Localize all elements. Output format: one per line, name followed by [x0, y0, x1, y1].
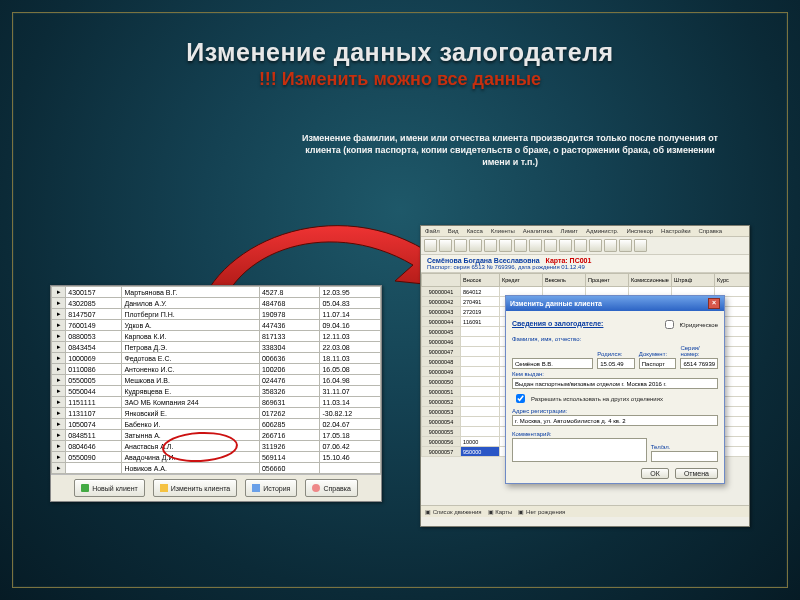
toolbar-button[interactable] [469, 239, 482, 252]
doc-input[interactable] [639, 358, 677, 369]
status-item[interactable]: ▣ Нет рождения [518, 508, 565, 515]
menu-item[interactable]: Клиенты [491, 228, 515, 234]
close-icon[interactable]: × [708, 298, 720, 309]
address-label: Адрес регистрации: [512, 408, 718, 414]
dialog-title: Изменить данные клиента [510, 300, 602, 307]
menu-item[interactable]: Лимит [561, 228, 579, 234]
toolbar-button[interactable] [424, 239, 437, 252]
toolbar-button[interactable] [559, 239, 572, 252]
status-item[interactable]: ▣ Список движения [425, 508, 482, 515]
history-label: История [263, 485, 290, 492]
status-bar: ▣ Список движения ▣ Карты ▣ Нет рождения [421, 505, 749, 517]
edit-client-button[interactable]: Изменить клиента [153, 479, 237, 497]
help-label: Справка [323, 485, 350, 492]
doc-label: Документ: [639, 351, 677, 357]
birth-label: Родился: [597, 351, 635, 357]
toolbar-button[interactable] [514, 239, 527, 252]
clock-icon [252, 484, 260, 492]
menu-item[interactable]: Администр. [586, 228, 618, 234]
status-item[interactable]: ▣ Карты [488, 508, 513, 515]
toolbar-button[interactable] [604, 239, 617, 252]
new-client-label: Новый клиент [92, 485, 138, 492]
comment-label: Комментарий: [512, 431, 647, 437]
toolbar-button[interactable] [544, 239, 557, 252]
status-text: Список движения [433, 509, 482, 515]
table-row[interactable]: ▸0880053Карпова К.И.81713312.11.03 [52, 331, 381, 342]
history-button[interactable]: История [245, 479, 297, 497]
menu-bar: ФайлВидКассаКлиентыАналитикаЛимитАдминис… [421, 226, 749, 237]
status-text: Карты [495, 509, 512, 515]
allow-multi-checkbox[interactable]: Разрешить использовать на других отделен… [512, 391, 718, 406]
new-client-button[interactable]: Новый клиент [74, 479, 145, 497]
client-list-panel: ▸4300157Мартьянова В.Г.4527.812.03.95▸43… [50, 285, 382, 502]
edit-client-dialog: Изменить данные клиента × Сведения о зал… [505, 295, 725, 484]
status-text: Нет рождения [526, 509, 565, 515]
app-window: ФайлВидКассаКлиентыАналитикаЛимитАдминис… [420, 225, 750, 527]
dialog-titlebar[interactable]: Изменить данные клиента × [506, 296, 724, 311]
table-row[interactable]: ▸0550005Мешкова И.В.02447616.04.98 [52, 375, 381, 386]
passport-line: Паспорт: серия 6513 № 769396, дата рожде… [427, 264, 743, 270]
table-row[interactable]: ▸7600149Удков А.44743609.04.16 [52, 320, 381, 331]
pencil-icon [160, 484, 168, 492]
series-label: Серия/номер: [680, 345, 718, 357]
series-input[interactable] [680, 358, 718, 369]
table-row[interactable]: ▸0843454Петрова Д.Э.33830422.03.08 [52, 342, 381, 353]
legal-label: Юридическое [680, 322, 718, 328]
slide-note: Изменение фамилии, имени или отчества кл… [300, 132, 720, 168]
menu-item[interactable]: Файл [425, 228, 440, 234]
comment-input[interactable] [512, 438, 647, 462]
edit-client-label: Изменить клиента [171, 485, 230, 492]
toolbar-button[interactable] [529, 239, 542, 252]
table-row[interactable]: ▸5050044Кудрявцева Е.35832631.11.07 [52, 386, 381, 397]
table-row[interactable]: ▸4300157Мартьянова В.Г.4527.812.03.95 [52, 287, 381, 298]
help-button[interactable]: Справка [305, 479, 357, 497]
table-row[interactable]: ▸Новиков А.А.056660 [52, 463, 381, 474]
toolbar-button[interactable] [454, 239, 467, 252]
toolbar-button[interactable] [574, 239, 587, 252]
menu-item[interactable]: Аналитика [523, 228, 553, 234]
toolbar-button[interactable] [484, 239, 497, 252]
card-label: Карта: ПС001 [546, 257, 592, 264]
table-row[interactable]: ▸4302085Данилов А.У.48476805.04.83 [52, 298, 381, 309]
table-row[interactable]: ▸1000069Федотова Е.С.00663618.11.03 [52, 353, 381, 364]
table-row[interactable]: ▸1131107Янковский Е.017262-30.82.12 [52, 408, 381, 419]
menu-item[interactable]: Настройки [661, 228, 690, 234]
menu-item[interactable]: Инспекор [626, 228, 653, 234]
toolbar-button[interactable] [589, 239, 602, 252]
ok-button[interactable]: ОК [641, 468, 669, 479]
table-row[interactable]: ▸0110086Антоненко И.С.10020616.05.08 [52, 364, 381, 375]
toolbar [421, 237, 749, 255]
plus-icon [81, 484, 89, 492]
table-row[interactable]: ▸1151111ЗАО МБ Компания 24486963111.03.1… [52, 397, 381, 408]
allow-multi-label: Разрешить использовать на других отделен… [531, 396, 663, 402]
question-icon [312, 484, 320, 492]
birth-input[interactable] [597, 358, 635, 369]
client-name: Семёнова Богдана Всеславовна [427, 257, 540, 264]
table-row[interactable]: ▸8147507Плотберги П.Н.19097811.07.14 [52, 309, 381, 320]
toolbar-button[interactable] [619, 239, 632, 252]
menu-item[interactable]: Справка [698, 228, 722, 234]
client-header: Семёнова Богдана Всеславовна Карта: ПС00… [421, 255, 749, 273]
toolbar-button[interactable] [499, 239, 512, 252]
address-input[interactable] [512, 415, 718, 426]
tel-input[interactable] [651, 451, 718, 462]
fio-input[interactable] [512, 358, 593, 369]
menu-item[interactable]: Касса [467, 228, 483, 234]
legal-checkbox[interactable]: Юридическое [661, 317, 718, 332]
tel-label: Тел/эл. [651, 444, 718, 450]
menu-item[interactable]: Вид [448, 228, 459, 234]
toolbar-button[interactable] [634, 239, 647, 252]
table-row[interactable]: ▸1050074Бабенко И.60628502.04.67 [52, 419, 381, 430]
issued-label: Кем выдан: [512, 371, 718, 377]
fio-label: Фамилия, имя, отчество: [512, 336, 718, 342]
toolbar-button[interactable] [439, 239, 452, 252]
client-button-bar: Новый клиент Изменить клиента История Сп… [51, 474, 381, 501]
cancel-button[interactable]: Отмена [675, 468, 718, 479]
issued-input[interactable] [512, 378, 718, 389]
dialog-section: Сведения о залогодателе: [512, 320, 603, 327]
